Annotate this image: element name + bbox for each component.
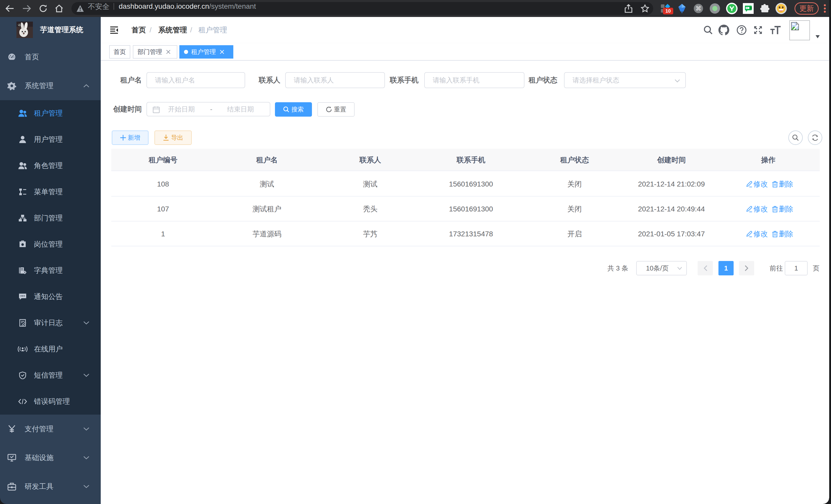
svg-text:⌘: ⌘ bbox=[695, 5, 701, 12]
